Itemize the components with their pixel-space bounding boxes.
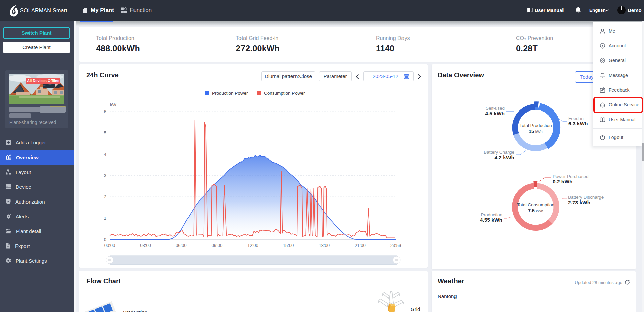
svg-text:09:00: 09:00 [212, 243, 223, 248]
svg-text:4: 4 [104, 152, 106, 157]
svg-text:4.5 kWh: 4.5 kWh [485, 110, 505, 116]
svg-text:7.5 kWh: 7.5 kWh [528, 208, 543, 213]
svg-text:5: 5 [104, 130, 106, 135]
svg-text:15:00: 15:00 [283, 243, 294, 248]
svg-text:2: 2 [104, 194, 106, 199]
svg-text:21:00: 21:00 [355, 243, 366, 248]
svg-text:2.73 kWh: 2.73 kWh [568, 199, 590, 205]
svg-text:Grid: Grid [411, 306, 420, 312]
svg-text:4.2 kWh: 4.2 kWh [494, 154, 514, 160]
svg-text:12:00: 12:00 [247, 243, 258, 248]
svg-text:Battery Charge: Battery Charge [484, 150, 514, 155]
svg-text:3: 3 [104, 173, 106, 178]
svg-text:6: 6 [104, 109, 106, 114]
svg-text:03:00: 03:00 [140, 243, 151, 248]
svg-text:1: 1 [104, 216, 106, 221]
svg-text:kW: kW [110, 102, 117, 107]
svg-text:Battery Discharge: Battery Discharge [568, 195, 604, 200]
svg-text:Self-used: Self-used [486, 106, 505, 111]
svg-text:00:00: 00:00 [104, 243, 115, 248]
svg-text:Feed-in: Feed-in [568, 116, 584, 121]
svg-text:Consumption Power: Consumption Power [264, 91, 305, 96]
svg-text:0.2 kWh: 0.2 kWh [553, 179, 573, 184]
svg-text:Total Production: Total Production [520, 123, 552, 128]
svg-text:06:00: 06:00 [176, 243, 187, 248]
svg-text:Production: Production [481, 212, 502, 217]
svg-text:Production: Production [123, 309, 147, 312]
svg-text:6.3 kWh: 6.3 kWh [568, 121, 588, 126]
svg-text:18:00: 18:00 [319, 243, 330, 248]
svg-text:0: 0 [104, 237, 106, 242]
svg-text:4.55 kWh: 4.55 kWh [480, 217, 502, 223]
svg-text:15 kWh: 15 kWh [529, 129, 542, 134]
svg-text:Total Consumption: Total Consumption [517, 202, 554, 207]
svg-text:23:59: 23:59 [390, 243, 401, 248]
svg-text:Power Purchased: Power Purchased [553, 174, 589, 179]
svg-text:Production Power: Production Power [212, 91, 248, 96]
